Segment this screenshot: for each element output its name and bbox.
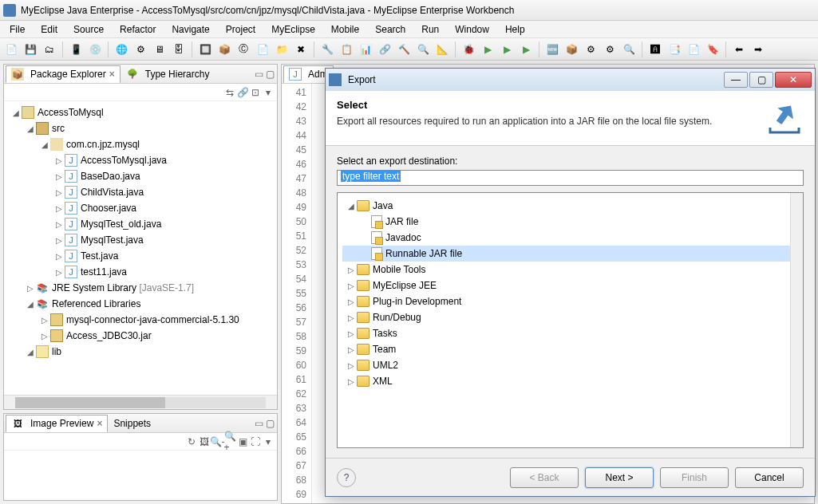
menu-edit[interactable]: Edit xyxy=(33,22,65,37)
menu-mobile[interactable]: Mobile xyxy=(323,22,367,37)
menu-source[interactable]: Source xyxy=(65,22,112,37)
menu-search[interactable]: Search xyxy=(367,22,413,37)
minimize-icon[interactable]: ▭ xyxy=(253,418,264,429)
zoom-out-icon[interactable]: 🔍- xyxy=(211,436,223,447)
actual-icon[interactable]: ⛶ xyxy=(250,436,261,447)
tool-file[interactable]: 📄 xyxy=(255,41,271,57)
menu-refactor[interactable]: Refactor xyxy=(112,22,164,37)
zoom-in-icon[interactable]: 🔍+ xyxy=(224,436,235,447)
tool-fwd[interactable]: ➡ xyxy=(750,41,766,57)
maximize-icon[interactable]: ▢ xyxy=(264,418,275,429)
close-icon[interactable]: × xyxy=(97,418,102,429)
tree-java-file[interactable]: ▷JBaseDao.java xyxy=(7,168,274,184)
tool-run3[interactable]: ▶ xyxy=(518,41,534,57)
tree-jre[interactable]: ▷📚JRE System Library [JavaSE-1.7] xyxy=(7,280,274,296)
tool-p1[interactable]: 🔧 xyxy=(319,41,335,57)
tab-image-preview[interactable]: 🖼 Image Preview × xyxy=(6,415,108,432)
tool-new[interactable]: 📄 xyxy=(3,41,19,57)
tool-x[interactable]: ✖ xyxy=(293,41,309,57)
maximize-button[interactable]: ▢ xyxy=(749,72,773,88)
collapse-icon[interactable]: ⇆ xyxy=(224,87,235,98)
fit-icon[interactable]: ▣ xyxy=(237,436,248,447)
tree-project[interactable]: ◢AccessToMysql xyxy=(7,104,274,120)
tree-category[interactable]: ▷Tasks xyxy=(342,325,798,341)
tool-p3[interactable]: 📊 xyxy=(358,41,373,57)
tool-p4[interactable]: 🔗 xyxy=(377,41,393,57)
destination-tree[interactable]: ◢Java JAR file Javadoc Runnable JAR file… xyxy=(337,192,804,448)
tool-deploy[interactable]: ⚙ xyxy=(132,41,148,57)
menu-run[interactable]: Run xyxy=(413,22,447,37)
tool-p7[interactable]: 📐 xyxy=(434,41,450,57)
tree-folder-lib[interactable]: ◢lib xyxy=(7,344,274,360)
tree-jar[interactable]: ▷mysql-connector-java-commercial-5.1.30 xyxy=(7,312,274,328)
tool-newpkg[interactable]: 📦 xyxy=(563,41,579,57)
h-scrollbar[interactable] xyxy=(4,395,277,409)
minimize-icon[interactable]: ▭ xyxy=(253,69,264,80)
tree-src[interactable]: ◢src xyxy=(7,120,274,136)
tree-jar[interactable]: ▷Access_JDBC30.jar xyxy=(7,328,274,344)
tool-a[interactable]: 🅰 xyxy=(647,41,663,57)
tool-save[interactable]: 💾 xyxy=(22,41,38,57)
tool-db[interactable]: 🗄 xyxy=(171,41,187,57)
focus-icon[interactable]: ⊡ xyxy=(250,87,261,98)
tree-runnable-jar[interactable]: Runnable JAR file xyxy=(342,246,798,262)
menu-icon[interactable]: ▾ xyxy=(263,87,274,98)
tree-category[interactable]: ▷UML2 xyxy=(342,357,798,373)
tool-search[interactable]: 🔍 xyxy=(621,41,637,57)
tool-p6[interactable]: 🔍 xyxy=(415,41,431,57)
tool-globe[interactable]: 🌐 xyxy=(113,41,129,57)
tree-java-file[interactable]: ▷JMysqlTest_old.java xyxy=(7,216,274,232)
tool-app[interactable]: 🔲 xyxy=(197,41,213,57)
maximize-icon[interactable]: ▢ xyxy=(264,69,275,80)
tool-folder[interactable]: 📁 xyxy=(274,41,290,57)
tool-b[interactable]: 📑 xyxy=(666,41,682,57)
tree-category[interactable]: ▷MyEclipse JEE xyxy=(342,278,798,293)
tree-jar-file[interactable]: JAR file xyxy=(342,214,798,230)
dialog-titlebar[interactable]: Export — ▢ ✕ xyxy=(326,69,815,91)
menu-myeclipse[interactable]: MyEclipse xyxy=(263,22,323,37)
tool-back[interactable]: ⬅ xyxy=(731,41,747,57)
tool-debug[interactable]: 🐞 xyxy=(460,41,476,57)
tool-gear[interactable]: ⚙ xyxy=(583,41,599,57)
tree-java-file[interactable]: ▷JTest.java xyxy=(7,248,274,264)
tool-newclass[interactable]: 🆕 xyxy=(544,41,560,57)
finish-button[interactable]: Finish xyxy=(660,467,729,488)
menu-icon[interactable]: ▾ xyxy=(263,436,274,447)
tool-p5[interactable]: 🔨 xyxy=(396,41,412,57)
tree-category[interactable]: ▷Team xyxy=(342,341,798,357)
tool-server[interactable]: 🖥 xyxy=(152,41,168,57)
tree-java-file[interactable]: ▷JAccessToMysql.java xyxy=(7,152,274,168)
menu-project[interactable]: Project xyxy=(218,22,263,37)
tree-java[interactable]: ◢Java xyxy=(342,198,798,214)
tree-java-file[interactable]: ▷JChildVista.java xyxy=(7,184,274,200)
tree-java-file[interactable]: ▷JChooser.java xyxy=(7,200,274,216)
tool-pkg[interactable]: 📦 xyxy=(216,41,232,57)
tool-gear2[interactable]: ⚙ xyxy=(602,41,618,57)
tool-p2[interactable]: 📋 xyxy=(338,41,354,57)
refresh-icon[interactable]: ↻ xyxy=(186,436,197,447)
cancel-button[interactable]: Cancel xyxy=(735,467,804,488)
close-button[interactable]: ✕ xyxy=(775,72,812,88)
tree-java-file[interactable]: ▷JMysqlTest.java xyxy=(7,232,274,248)
back-button[interactable]: < Back xyxy=(510,467,579,488)
tree-javadoc[interactable]: Javadoc xyxy=(342,230,798,246)
close-icon[interactable]: × xyxy=(109,69,115,80)
tool-phone[interactable]: 📱 xyxy=(68,41,84,57)
tree-package[interactable]: ◢com.cn.jpz.mysql xyxy=(7,136,274,152)
tool-d[interactable]: 🔖 xyxy=(705,41,721,57)
tab-type-hierarchy[interactable]: 🌳 Type Hierarchy xyxy=(121,65,215,83)
minimize-button[interactable]: — xyxy=(724,72,748,88)
tree-category[interactable]: ▷Run/Debug xyxy=(342,309,798,325)
tree-category[interactable]: ▷XML xyxy=(342,373,798,389)
tool-saveall[interactable]: 🗂 xyxy=(41,41,57,57)
tool-c[interactable]: 📄 xyxy=(686,41,701,57)
menu-window[interactable]: Window xyxy=(447,22,497,37)
tool-run[interactable]: ▶ xyxy=(480,41,496,57)
tab-snippets[interactable]: Snippets xyxy=(108,415,156,431)
tool-class[interactable]: Ⓒ xyxy=(235,41,251,57)
tool-run2[interactable]: ▶ xyxy=(499,41,515,57)
menu-help[interactable]: Help xyxy=(497,22,533,37)
next-button[interactable]: Next > xyxy=(585,467,654,488)
menu-file[interactable]: File xyxy=(2,22,33,37)
tool-disk[interactable]: 💿 xyxy=(87,41,103,57)
